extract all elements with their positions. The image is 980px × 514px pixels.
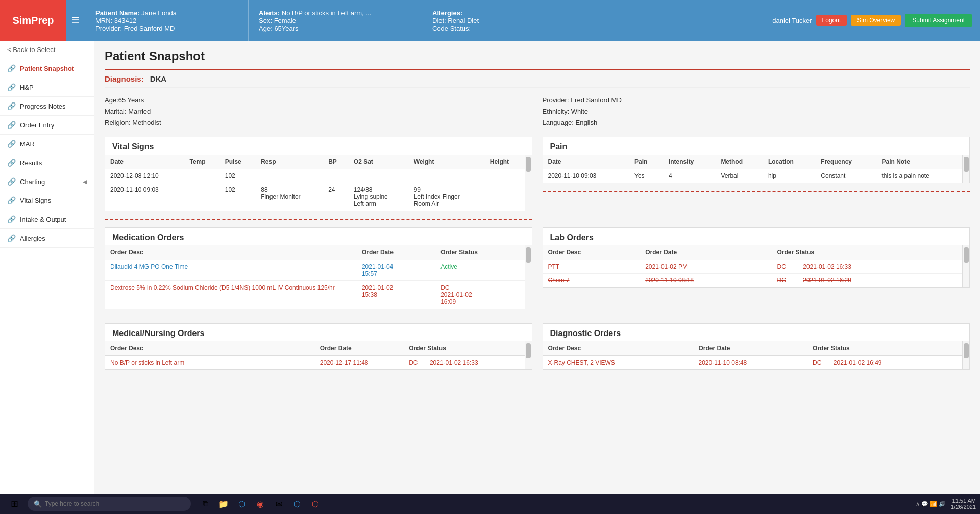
link-icon-mar: 🔗 (7, 140, 16, 148)
sidebar-item-progress-notes[interactable]: 🔗 Progress Notes (0, 97, 94, 116)
pain-date-1: 2020-11-10 09:03 (543, 169, 629, 183)
med-date-2: 2021-01-0215:38 (357, 281, 435, 309)
col-lab-orders: Lab Orders Order Desc Order Date Order S… (543, 227, 970, 317)
sidebar-label-patient-snapshot: Patient Snapshot (20, 65, 74, 72)
sidebar-item-hap[interactable]: 🔗 H&P (0, 78, 94, 97)
lab-col-date: Order Date (640, 245, 772, 260)
nurs-col-desc: Order Desc (105, 341, 315, 356)
vital-signs-card: Vital Signs Date Temp Pulse Resp (105, 137, 532, 211)
nurs-col-date: Order Date (315, 341, 404, 356)
page-title: Patient Snapshot (105, 49, 970, 63)
vitals-pain-row: Vital Signs Date Temp Pulse Resp (105, 137, 970, 227)
vs-col-date: Date (105, 155, 184, 169)
pain-location-1: hip (763, 169, 816, 183)
submit-assignment-button[interactable]: Submit Assignment (905, 14, 972, 27)
vitals-scrollbar[interactable] (525, 155, 532, 211)
sidebar-item-intake-output[interactable]: 🔗 Intake & Output (0, 210, 94, 229)
table-row: X-Ray CHEST, 2 VIEWS 2020-11-10 08:48 DC… (543, 356, 963, 370)
vital-signs-title: Vital Signs (105, 137, 532, 155)
allergy-text: Allergies: (432, 9, 754, 17)
vs-bp-2: 24 (323, 183, 349, 211)
start-button[interactable]: ⊞ (4, 496, 24, 512)
table-row: Dextrose 5% in 0.22% Sodium Chloride (D5… (105, 281, 525, 309)
taskbar-app-edge[interactable]: ⬡ (234, 496, 250, 512)
vs-resp-2: 88Finger Monitor (256, 183, 323, 211)
table-row: PTT 2021-01-02 PM DC 2021-01-02 16:33 (543, 260, 963, 274)
taskbar-search-box[interactable]: 🔍 (28, 497, 191, 511)
lab-date-2: 2020-11-10 08:18 (640, 274, 772, 288)
sim-overview-button[interactable]: Sim Overview (851, 15, 901, 26)
nursing-orders-scrollbar[interactable] (525, 341, 532, 369)
vs-date-2: 2020-11-10 09:03 (105, 183, 184, 211)
col-pain: Pain Date Pain Intensity Method (543, 137, 970, 227)
marital-field: Marital: Married (105, 106, 532, 117)
sidebar-item-results[interactable]: 🔗 Results (0, 153, 94, 172)
religion-field: Religion: Methodist (105, 117, 532, 128)
sidebar-item-allergies[interactable]: 🔗 Allergies (0, 229, 94, 248)
taskbar-app-red[interactable]: ⬡ (307, 496, 324, 512)
hamburger-icon[interactable]: ☰ (66, 0, 85, 41)
pain-intensity-1: 4 (664, 169, 716, 183)
table-row: Chem 7 2020-11-10 08:18 DC 2021-01-02 16… (543, 274, 963, 288)
age-field: Age:65 Years (105, 95, 532, 106)
pain-method-1: Verbal (716, 169, 763, 183)
vs-col-resp: Resp (256, 155, 323, 169)
sidebar-item-mar[interactable]: 🔗 MAR (0, 135, 94, 153)
vs-o2sat-1 (349, 169, 409, 183)
col-vitals: Vital Signs Date Temp Pulse Resp (105, 137, 532, 227)
nurs-col-status: Order Status (404, 341, 524, 356)
medication-orders-card: Medication Orders Order Desc Order Date … (105, 227, 532, 309)
col-right-provider: Provider: Fred Sanford MD Ethnicity: Whi… (543, 95, 970, 137)
table-row: 2020-11-10 09:03 Yes 4 Verbal hip Consta… (543, 169, 963, 183)
charting-collapse-icon[interactable]: ◀ (83, 178, 87, 185)
table-row: No B/P or sticks in Left arm 2020-12-17 … (105, 356, 525, 370)
taskbar-app-taskview[interactable]: ⧉ (197, 496, 213, 512)
col-diagnostic-orders: Diagnostic Orders Order Desc Order Date … (543, 323, 970, 378)
lab-orders-title: Lab Orders (543, 228, 970, 245)
back-to-select[interactable]: < Back to Select (0, 41, 94, 59)
taskbar-app-vscode[interactable]: ⬡ (289, 496, 305, 512)
pain-col-pain: Pain (629, 155, 664, 169)
username: daniel Tucker (772, 17, 812, 24)
pain-col-method: Method (716, 155, 763, 169)
diagnostic-orders-scrollbar[interactable] (962, 341, 969, 369)
link-icon-charting: 🔗 (7, 177, 16, 186)
vs-o2sat-2: 124/88Lying supineLeft arm (349, 183, 409, 211)
vs-height-1 (485, 169, 525, 183)
sidebar-label-mar: MAR (20, 140, 35, 148)
age-text: Age: 65Years (259, 24, 411, 32)
nurs-desc-1: No B/P or sticks in Left arm (105, 356, 315, 370)
nursing-diagnostic-row: Medical/Nursing Orders Order Desc Order … (105, 323, 970, 378)
med-col-date: Order Date (357, 245, 435, 260)
sidebar-item-vital-signs[interactable]: 🔗 Vital Signs (0, 191, 94, 210)
med-orders-scrollbar[interactable] (525, 245, 532, 309)
taskbar-app-chrome[interactable]: ◉ (252, 496, 268, 512)
vs-temp-1 (184, 169, 219, 183)
search-input[interactable] (45, 500, 147, 507)
logout-button[interactable]: Logout (816, 15, 847, 26)
pain-card: Pain Date Pain Intensity Method (543, 137, 970, 183)
link-icon: 🔗 (7, 64, 16, 72)
med-desc-1: Dilaudid 4 MG PO One Time (105, 260, 357, 281)
layout: < Back to Select 🔗 Patient Snapshot 🔗 H&… (0, 41, 980, 494)
sidebar-item-patient-snapshot[interactable]: 🔗 Patient Snapshot (0, 59, 94, 78)
pain-freq-1: Constant (816, 169, 876, 183)
sidebar-label-progress-notes: Progress Notes (20, 102, 66, 110)
sidebar-label-vital-signs: Vital Signs (20, 197, 51, 204)
taskbar-app-explorer[interactable]: 📁 (215, 496, 232, 512)
nursing-orders-title: Medical/Nursing Orders (105, 324, 532, 341)
lab-orders-scrollbar[interactable] (962, 245, 969, 287)
patient-demographics: Age:65 Years Marital: Married Religion: … (105, 95, 532, 128)
lab-col-desc: Order Desc (543, 245, 641, 260)
vs-resp-1 (256, 169, 323, 183)
sidebar-item-charting[interactable]: 🔗 Charting ◀ (0, 172, 94, 191)
med-col-status: Order Status (435, 245, 524, 260)
sidebar-item-order-entry[interactable]: 🔗 Order Entry (0, 116, 94, 135)
med-status-1: Active (435, 260, 524, 281)
taskbar-app-mail[interactable]: ✉ (271, 496, 287, 512)
pain-scrollbar[interactable] (962, 155, 969, 183)
link-icon-allergies: 🔗 (7, 234, 16, 242)
patient-name: Patient Name: Jane Fonda (95, 9, 238, 17)
sidebar: < Back to Select 🔗 Patient Snapshot 🔗 H&… (0, 41, 94, 494)
nursing-orders-card: Medical/Nursing Orders Order Desc Order … (105, 323, 532, 370)
